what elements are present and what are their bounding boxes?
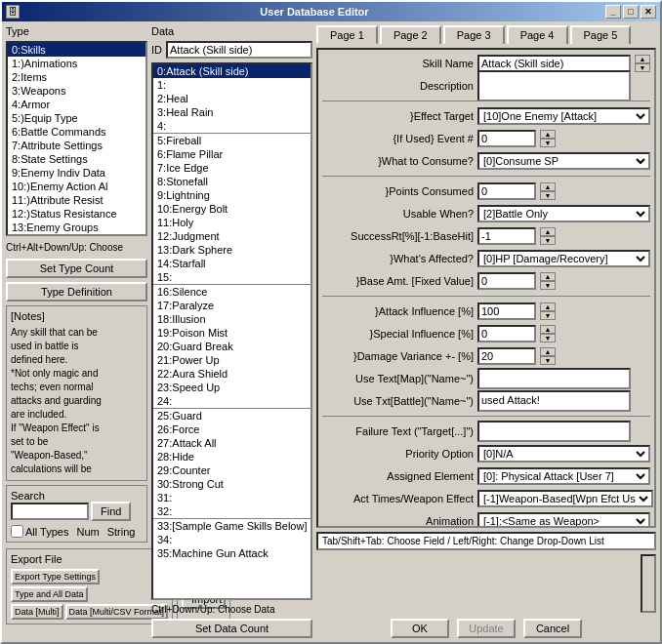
tab-page3[interactable]: Page 3 xyxy=(443,25,505,44)
whats-affected-select[interactable]: [0]HP [Damage/Recovery] xyxy=(477,250,650,267)
success-rate-input[interactable] xyxy=(477,227,536,245)
data-item-31[interactable]: 31: xyxy=(153,491,310,504)
type-item-7[interactable]: 7:Attribute Settings xyxy=(8,139,145,152)
data-item-7[interactable]: 7:Ice Edge xyxy=(153,161,310,175)
type-listbox[interactable]: 0:Skills 1:)Animations 2:Items 3:Weapons… xyxy=(6,41,147,236)
type-item-5[interactable]: 5:)Equip Type xyxy=(8,111,145,125)
type-definition-button[interactable]: Type Definition xyxy=(6,282,147,302)
data-item-22[interactable]: 22:Aura Shield xyxy=(153,367,310,381)
act-times-select[interactable]: [-1]Weapon-Based[Wpn Efct Us xyxy=(477,490,653,507)
update-button[interactable]: Update xyxy=(457,619,516,638)
find-button[interactable]: Find xyxy=(91,502,131,521)
type-item-6[interactable]: 6:Battle Commands xyxy=(8,125,145,139)
minimize-button[interactable]: _ xyxy=(605,5,621,19)
damage-variance-input[interactable] xyxy=(477,347,536,365)
all-types-checkbox[interactable] xyxy=(11,525,23,538)
attack-influence-spinner[interactable]: ▲ ▼ xyxy=(540,302,556,320)
close-button[interactable]: ✕ xyxy=(641,5,656,19)
assigned-element-select[interactable]: [0]: Physical Attack [User 7] xyxy=(477,467,650,485)
data-item-28[interactable]: 28:Hide xyxy=(153,450,310,463)
use-text-map-textarea[interactable] xyxy=(477,368,631,389)
tab-page5[interactable]: Page 5 xyxy=(570,25,632,44)
search-input[interactable] xyxy=(11,503,89,520)
tab-page4[interactable]: Page 4 xyxy=(507,25,568,44)
data-item-15[interactable]: 15: xyxy=(153,270,310,284)
data-item-1[interactable]: 1: xyxy=(153,78,310,92)
tab-page2[interactable]: Page 2 xyxy=(380,25,441,44)
data-item-17[interactable]: 17:Paralyze xyxy=(153,299,310,312)
use-txt-battle-textarea[interactable]: used Attack! xyxy=(477,390,631,412)
special-influence-input[interactable] xyxy=(477,325,536,342)
type-item-14[interactable]: 14: xyxy=(8,234,145,236)
data-item-0[interactable]: 0:Attack (Skill side) xyxy=(153,64,310,78)
ok-button[interactable]: OK xyxy=(391,619,449,638)
cancel-button[interactable]: Cancel xyxy=(523,619,582,638)
data-item-19[interactable]: 19:Poison Mist xyxy=(153,326,310,340)
type-item-3[interactable]: 3:Weapons xyxy=(8,84,145,98)
data-item-9[interactable]: 9:Lightning xyxy=(153,188,310,202)
data-item-30[interactable]: 30:Strong Cut xyxy=(153,477,310,491)
points-consumed-input[interactable] xyxy=(477,182,536,200)
attack-influence-input[interactable] xyxy=(477,302,536,320)
all-types-checkbox-label[interactable]: All Types xyxy=(11,525,68,538)
type-item-4[interactable]: 4:Armor xyxy=(8,98,145,111)
data-item-24[interactable]: 24: xyxy=(153,394,310,408)
data-item-35[interactable]: 35:Machine Gun Attack xyxy=(153,546,310,560)
type-item-9[interactable]: 9:Enemy Indiv Data xyxy=(8,166,145,180)
data-item-13[interactable]: 13:Dark Sphere xyxy=(153,243,310,257)
data-item-20[interactable]: 20:Guard Break xyxy=(153,340,310,353)
set-type-count-button[interactable]: Set Type Count xyxy=(6,259,147,278)
data-item-23[interactable]: 23:Speed Up xyxy=(153,381,310,394)
data-item-25[interactable]: 25:Guard xyxy=(153,409,310,423)
export-type-settings-button[interactable]: Export Type Settings xyxy=(11,569,100,584)
data-listbox[interactable]: 0:Attack (Skill side) 1: 2:Heal 3:Heal R… xyxy=(151,62,312,600)
maximize-button[interactable]: □ xyxy=(623,5,639,19)
data-item-3[interactable]: 3:Heal Rain xyxy=(153,105,310,119)
data-item-10[interactable]: 10:Energy Bolt xyxy=(153,202,310,216)
data-item-14[interactable]: 14:Starfall xyxy=(153,257,310,270)
data-item-34[interactable]: 34: xyxy=(153,533,310,546)
data-item-5[interactable]: 5:Fireball xyxy=(153,134,310,147)
special-influence-spinner[interactable]: ▲ ▼ xyxy=(540,325,556,342)
type-item-10[interactable]: 10:)Enemy Action Al xyxy=(8,180,145,193)
type-item-1[interactable]: 1:)Animations xyxy=(8,57,145,70)
failure-text-textarea[interactable] xyxy=(477,421,631,442)
data-item-32[interactable]: 32: xyxy=(153,504,310,518)
set-data-count-button[interactable]: Set Data Count xyxy=(151,619,312,638)
effect-target-select[interactable]: [10]One Enemy [Attack] xyxy=(477,107,650,125)
description-textarea[interactable] xyxy=(477,70,631,101)
id-input[interactable] xyxy=(166,41,312,59)
skill-name-spinner[interactable]: ▲ ▼ xyxy=(635,55,650,72)
export-data-multi-button[interactable]: Data [Multi] xyxy=(11,604,63,620)
if-used-event-spinner[interactable]: ▲ ▼ xyxy=(540,130,556,147)
if-used-event-input[interactable] xyxy=(477,130,536,147)
priority-option-select[interactable]: [0]N/A xyxy=(477,445,650,463)
type-item-13[interactable]: 13:Enemy Groups xyxy=(8,221,145,234)
spinner-up[interactable]: ▲ xyxy=(635,55,650,63)
type-item-8[interactable]: 8:State Settings xyxy=(8,152,145,166)
data-item-16[interactable]: 16:Silence xyxy=(153,285,310,299)
base-amt-spinner[interactable]: ▲ ▼ xyxy=(540,272,556,290)
base-amt-input[interactable] xyxy=(477,272,536,290)
right-scrollbar[interactable] xyxy=(641,554,656,613)
type-item-2[interactable]: 2:Items xyxy=(8,70,145,84)
success-rate-spinner[interactable]: ▲ ▼ xyxy=(540,227,556,245)
export-type-all-data-button[interactable]: Type and All Data xyxy=(11,586,88,602)
data-item-2[interactable]: 2:Heal xyxy=(153,92,310,105)
data-item-12[interactable]: 12:Judgment xyxy=(153,229,310,243)
usable-when-select[interactable]: [2]Battle Only xyxy=(477,205,650,222)
type-item-11[interactable]: 11:)Attribute Resist xyxy=(8,193,145,207)
type-item-0[interactable]: 0:Skills xyxy=(8,43,145,57)
spinner-down[interactable]: ▼ xyxy=(635,63,650,72)
data-item-11[interactable]: 11:Holy xyxy=(153,216,310,229)
data-item-27[interactable]: 27:Attack All xyxy=(153,436,310,450)
data-item-4[interactable]: 4: xyxy=(153,119,310,133)
data-item-6[interactable]: 6:Flame Pillar xyxy=(153,147,310,161)
data-item-26[interactable]: 26:Force xyxy=(153,423,310,436)
tab-page1[interactable]: Page 1 xyxy=(316,25,378,44)
data-item-29[interactable]: 29:Counter xyxy=(153,463,310,477)
data-item-8[interactable]: 8:Stonefall xyxy=(153,175,310,188)
data-item-33[interactable]: 33:[Sample Game Skills Below] xyxy=(153,519,310,533)
what-to-consume-select[interactable]: [0]Consume SP xyxy=(477,152,650,170)
damage-variance-spinner[interactable]: ▲ ▼ xyxy=(540,347,556,365)
